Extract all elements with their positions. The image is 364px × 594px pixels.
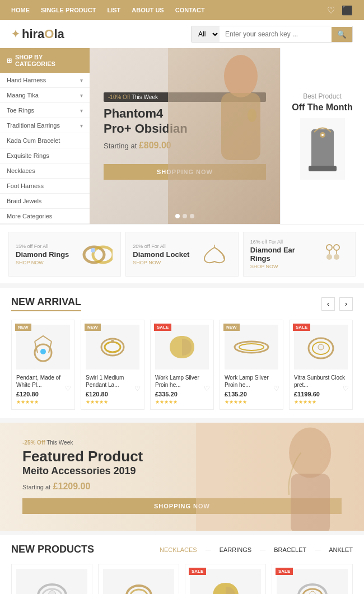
wishlist-icon-1[interactable]: ♡ — [134, 385, 141, 392]
np-card-2: SALE Flash Furniture Alonza Se... £76.44… — [185, 564, 266, 594]
sidebar-item-more-categories[interactable]: More Categories — [0, 209, 90, 224]
product-name-1: Swirl 1 Medium Pendant La... — [86, 374, 139, 389]
wishlist-icon-3[interactable]: ♡ — [273, 385, 279, 392]
svg-point-28 — [289, 428, 331, 478]
hero-model-svg — [168, 48, 280, 183]
product-price-3: £135.20 — [225, 391, 278, 397]
np-card-0: Flash Furniture Alonza Se... £90.36 ★★★★… — [11, 564, 92, 594]
sidebar-item-necklaces[interactable]: Necklaces — [0, 163, 90, 179]
bag-icon[interactable]: ⬛ — [342, 5, 353, 16]
new-arrival-section: NEW ARRIVAL ‹ › NEW Pendant, Made of Whi… — [0, 288, 364, 418]
featured-discount: -25% Off — [22, 439, 45, 446]
hero-dot-3[interactable] — [190, 214, 194, 218]
product-image-3 — [225, 325, 278, 370]
promo-locket-link[interactable]: SHOP NOW — [133, 260, 189, 265]
svg-point-13 — [326, 254, 332, 260]
svg-rect-29 — [291, 474, 330, 531]
svg-point-26 — [318, 344, 324, 350]
svg-point-6 — [321, 134, 324, 136]
best-product-label: Best Product — [303, 92, 342, 100]
hero-banner: -10% Off This Week Phantom4Pro+ Obsidian… — [90, 48, 280, 224]
svg-point-18 — [40, 349, 46, 354]
search-category-select[interactable]: All — [192, 26, 220, 42]
logo-text: hiraOla — [22, 27, 64, 41]
product-grid: NEW Pendant, Made of White Pl... £120.80… — [11, 320, 353, 410]
hero-dot-1[interactable] — [175, 214, 180, 218]
wishlist-icon-4[interactable]: ♡ — [343, 385, 349, 392]
sidebar-item-maang-tika[interactable]: Maang Tika ▾ — [0, 88, 90, 103]
promo-earrings-discount: 16% off For All — [250, 239, 316, 245]
product-badge-2: SALE — [154, 324, 171, 331]
product-image-0 — [16, 325, 70, 370]
nav-single-product[interactable]: SINGLE PRODUCT — [41, 7, 96, 13]
promo-locket-image — [198, 243, 231, 265]
next-button[interactable]: › — [339, 297, 353, 311]
tab-necklaces[interactable]: NECKLACES — [160, 546, 197, 553]
featured-banner: -25% Off This Week Featured Product Meit… — [0, 423, 364, 531]
promo-card-locket: 20% off For All Diamond Locket SHOP NOW — [125, 232, 238, 277]
search-button[interactable]: 🔍 — [332, 27, 352, 42]
product-stars-3: ★★★★★ — [225, 399, 278, 405]
product-stars-1: ★★★★★ — [86, 399, 139, 405]
product-badge-1: NEW — [85, 324, 101, 331]
tab-bracelet[interactable]: BRACELET — [274, 546, 306, 553]
promo-rings-link[interactable]: SHOP NOW — [16, 260, 69, 265]
product-card-1: NEW Swirl 1 Medium Pendant La... £120.80… — [81, 320, 144, 410]
sidebar-item-foot-harness[interactable]: Foot Harness — [0, 179, 90, 194]
np-image-0 — [16, 569, 87, 594]
svg-rect-1 — [221, 93, 260, 160]
svg-point-11 — [326, 245, 332, 250]
svg-point-32 — [49, 591, 55, 594]
promo-card-rings: 15% off For All Diamond Rings SHOP NOW — [8, 232, 121, 277]
promo-locket-discount: 20% off For All — [133, 244, 189, 249]
logo: ✦ hiraOla — [11, 27, 64, 41]
hero-dot-2[interactable] — [183, 214, 187, 218]
wishlist-icon-2[interactable]: ♡ — [204, 385, 210, 392]
new-products-grid: Flash Furniture Alonza Se... £90.36 ★★★★… — [11, 564, 353, 594]
nav-contact[interactable]: CONTACT — [175, 7, 205, 13]
new-arrival-nav: ‹ › — [321, 297, 353, 311]
wishlist-icon-0[interactable]: ♡ — [65, 385, 71, 392]
featured-model-image — [196, 423, 364, 531]
sidebar-item-braid-jewels[interactable]: Braid Jewels — [0, 194, 90, 209]
necklace-svg — [300, 118, 345, 180]
np-badge-2: SALE — [189, 568, 206, 575]
svg-point-21 — [111, 340, 114, 343]
sidebar-item-traditional-earrings[interactable]: Traditional Earrings ▾ — [0, 118, 90, 133]
chevron-down-icon: ▾ — [80, 77, 83, 83]
promo-rings-discount: 15% off For All — [16, 244, 69, 249]
search-input[interactable] — [220, 27, 332, 41]
promo-card-text-rings: 15% off For All Diamond Rings SHOP NOW — [16, 244, 69, 265]
sidebar-item-kada-bracelet[interactable]: Kada Cum Bracelet — [0, 133, 90, 148]
tab-anklet[interactable]: ANKLET — [329, 546, 353, 553]
nav-home[interactable]: HOME — [11, 7, 30, 13]
new-products-tabs: NECKLACES — EARRINGS — BRACELET — ANKLET — [160, 546, 353, 553]
np-badge-3: SALE — [276, 568, 293, 575]
nav-icons: ♡ ⬛ — [327, 5, 353, 16]
promo-earrings-title: Diamond Ear Rings — [250, 246, 316, 263]
sidebar-item-exquisite-rings[interactable]: Exquisite Rings — [0, 148, 90, 163]
hero-price: £809.00 — [139, 141, 171, 150]
nav-links: HOME SINGLE PRODUCT LIST ABOUT US CONTAC… — [11, 7, 205, 13]
tab-earrings[interactable]: EARRINGS — [220, 546, 251, 553]
new-products-title: NEW PRODUCTS — [11, 544, 94, 555]
svg-point-9 — [91, 248, 95, 252]
promo-card-earrings: 16% off For All Diamond Ear Rings SHOP N… — [243, 232, 356, 277]
svg-rect-4 — [309, 166, 337, 171]
sidebar-item-hand-harness[interactable]: Hand Harness ▾ — [0, 73, 90, 88]
product-badge-0: NEW — [15, 324, 31, 331]
sidebar: ⊞ SHOP BY CATEGORIES Hand Harness ▾ Maan… — [0, 48, 90, 224]
sidebar-item-toe-rings[interactable]: Toe Rings ▾ — [0, 103, 90, 118]
product-name-0: Pendant, Made of White Pl... — [16, 374, 70, 389]
product-price-4: £1199.60 — [294, 391, 348, 397]
nav-list[interactable]: LIST — [107, 7, 120, 13]
sidebar-title: ⊞ SHOP BY CATEGORIES — [0, 48, 90, 73]
prev-button[interactable]: ‹ — [321, 297, 335, 311]
new-products-header: NEW PRODUCTS NECKLACES — EARRINGS — BRAC… — [11, 544, 353, 555]
heart-icon[interactable]: ♡ — [327, 5, 335, 16]
nav-about[interactable]: ABOUT US — [132, 7, 164, 13]
product-image-1 — [86, 325, 139, 370]
np-card-1: Global Knives: Profession... £60.25 ★★★★… — [98, 564, 179, 594]
promo-earrings-link[interactable]: SHOP NOW — [250, 264, 316, 269]
svg-point-23 — [239, 344, 264, 350]
